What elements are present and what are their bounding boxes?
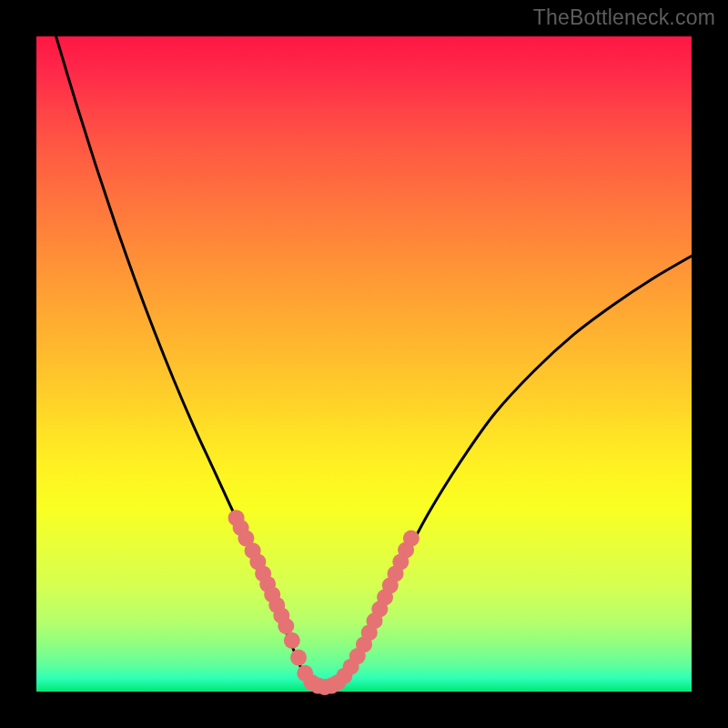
scatter-point — [403, 531, 420, 547]
scatter-markers — [228, 510, 420, 695]
scatter-point — [278, 618, 294, 634]
watermark-text: TheBottleneck.com — [533, 5, 715, 30]
curve-svg — [36, 36, 692, 692]
chart-container: TheBottleneck.com — [0, 0, 728, 728]
scatter-point — [290, 650, 307, 666]
scatter-point — [284, 632, 300, 649]
bottleneck-curve — [56, 36, 692, 687]
plot-area — [36, 36, 692, 692]
